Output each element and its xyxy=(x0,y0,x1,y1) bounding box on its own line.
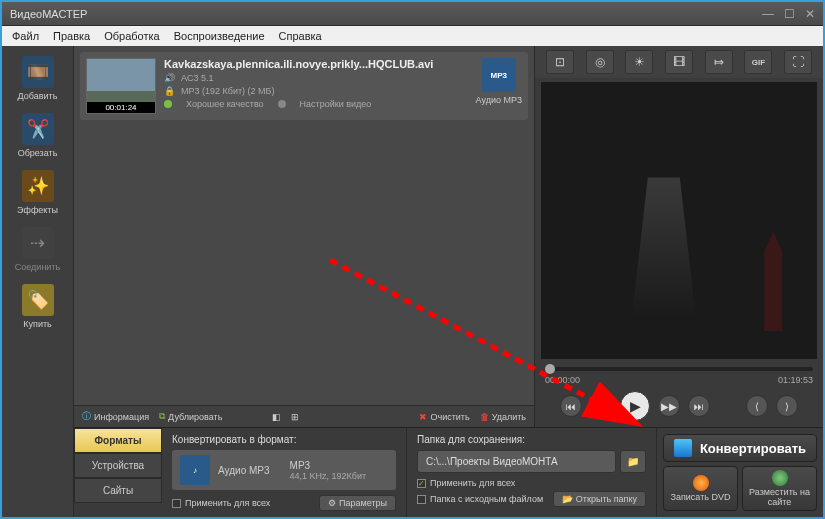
mp3-icon: MP3 xyxy=(482,58,516,92)
menubar: Файл Правка Обработка Воспроизведение Сп… xyxy=(2,26,823,46)
upload-button[interactable]: Разместить на сайте xyxy=(742,466,817,511)
menu-file[interactable]: Файл xyxy=(6,28,45,44)
tag-icon: 🏷️ xyxy=(22,284,54,316)
filmstrip-plus-icon: 🎞️ xyxy=(22,56,54,88)
file-item[interactable]: 00:01:24 Kavkazskaya.plennica.ili.novye.… xyxy=(80,52,528,120)
output-path[interactable]: C:\...\Проекты ВидеоМОНТА xyxy=(417,450,616,473)
toggle-1[interactable]: ◧ xyxy=(272,412,281,422)
prev-frame-button[interactable]: ⏮ xyxy=(560,395,582,417)
sidebar-trim[interactable]: ✂️ Обрезать xyxy=(6,109,69,162)
source-folder-checkbox[interactable]: Папка с исходным файлом xyxy=(417,494,543,504)
close-button[interactable]: ✕ xyxy=(805,7,815,21)
preview-panel: ⊡ ◎ ☀ 🎞 ⤇ GIF ⛶ xyxy=(535,46,823,427)
video-preview[interactable] xyxy=(541,82,817,359)
tool-gif[interactable]: GIF xyxy=(744,50,772,74)
convert-button[interactable]: Конвертировать xyxy=(663,434,817,462)
apply-all-format-checkbox[interactable]: Применить для всех xyxy=(172,498,270,508)
format-selector[interactable]: ♪ Аудио MP3 MP3 44,1 KHz, 192Кбит xyxy=(172,450,396,490)
open-folder-button[interactable]: 📂Открыть папку xyxy=(553,491,646,507)
duration-badge: 00:01:24 xyxy=(87,102,155,113)
file-list: 00:01:24 Kavkazskaya.plennica.ili.novye.… xyxy=(74,46,535,427)
menu-help[interactable]: Справка xyxy=(273,28,328,44)
menu-play[interactable]: Воспроизведение xyxy=(168,28,271,44)
folder-icon: 📁 xyxy=(627,456,639,467)
speaker-icon: 🔊 xyxy=(164,73,175,83)
file-name: Kavkazskaya.plennica.ili.novye.prikly...… xyxy=(164,58,468,70)
clear-button[interactable]: ✖Очистить xyxy=(419,412,469,422)
tool-snapshot[interactable]: ◎ xyxy=(586,50,614,74)
tool-speed[interactable]: ⤇ xyxy=(705,50,733,74)
sidebar: 🎞️ Добавить ✂️ Обрезать ✨ Эффекты ⇢ Соед… xyxy=(2,46,74,517)
toggle-2[interactable]: ⊞ xyxy=(291,412,299,422)
current-time: 00:00:00 xyxy=(545,375,580,385)
output-format-badge[interactable]: MP3 Аудио MP3 xyxy=(476,58,522,114)
gear-icon: ⚙ xyxy=(328,498,336,508)
info-button[interactable]: ⓘИнформация xyxy=(82,410,149,423)
folder-section: Папка для сохранения: C:\...\Проекты Вид… xyxy=(407,428,657,517)
lock-icon: 🔒 xyxy=(164,86,175,96)
settings-indicator-icon xyxy=(278,100,286,108)
mark-out-button[interactable]: ⟩ xyxy=(776,395,798,417)
play-button[interactable]: ▶ xyxy=(620,391,650,421)
minimize-button[interactable]: — xyxy=(762,7,774,21)
step-back-button[interactable]: ◀◀ xyxy=(590,395,612,417)
tab-formats[interactable]: Форматы xyxy=(74,428,162,453)
sidebar-add[interactable]: 🎞️ Добавить xyxy=(6,52,69,105)
tool-crop[interactable]: ⊡ xyxy=(546,50,574,74)
parameters-button[interactable]: ⚙Параметры xyxy=(319,495,396,511)
tool-filmstrip[interactable]: 🎞 xyxy=(665,50,693,74)
menu-edit[interactable]: Правка xyxy=(47,28,96,44)
disc-icon xyxy=(693,475,709,491)
app-title: ВидеоМАСТЕР xyxy=(10,8,87,20)
tab-devices[interactable]: Устройства xyxy=(74,453,162,478)
next-frame-button[interactable]: ⏭ xyxy=(688,395,710,417)
delete-button[interactable]: 🗑Удалить xyxy=(480,412,526,422)
list-actions: ⓘИнформация ⧉Дублировать ◧ ⊞ ✖Очистить 🗑… xyxy=(74,405,534,427)
titlebar: ВидеоМАСТЕР — ☐ ✕ xyxy=(2,2,823,26)
folder-open-icon: 📂 xyxy=(562,494,573,504)
video-settings-link[interactable]: Настройки видео xyxy=(300,99,372,109)
maximize-button[interactable]: ☐ xyxy=(784,7,795,21)
sidebar-buy[interactable]: 🏷️ Купить xyxy=(6,280,69,333)
sidebar-join[interactable]: ⇢ Соединить xyxy=(6,223,69,276)
note-icon: ♪ xyxy=(180,455,210,485)
seek-slider[interactable] xyxy=(545,367,813,371)
thumbnail: 00:01:24 xyxy=(86,58,156,114)
step-forward-button[interactable]: ▶▶ xyxy=(658,395,680,417)
apply-all-folder-checkbox[interactable]: Применить для всех xyxy=(417,478,515,488)
mark-in-button[interactable]: ⟨ xyxy=(746,395,768,417)
menu-process[interactable]: Обработка xyxy=(98,28,165,44)
sidebar-effects[interactable]: ✨ Эффекты xyxy=(6,166,69,219)
tool-fullscreen[interactable]: ⛶ xyxy=(784,50,812,74)
globe-icon xyxy=(772,470,788,486)
browse-button[interactable]: 📁 xyxy=(620,450,646,473)
quality-indicator-icon xyxy=(164,100,172,108)
format-section: Конвертировать в формат: ♪ Аудио MP3 MP3… xyxy=(162,428,407,517)
join-icon: ⇢ xyxy=(22,227,54,259)
scissors-icon: ✂️ xyxy=(22,113,54,145)
tool-brightness[interactable]: ☀ xyxy=(625,50,653,74)
duplicate-button[interactable]: ⧉Дублировать xyxy=(159,411,222,422)
total-time: 01:19:53 xyxy=(778,375,813,385)
burn-dvd-button[interactable]: Записать DVD xyxy=(663,466,738,511)
tab-sites[interactable]: Сайты xyxy=(74,478,162,503)
convert-icon xyxy=(674,439,692,457)
sparkle-icon: ✨ xyxy=(22,170,54,202)
